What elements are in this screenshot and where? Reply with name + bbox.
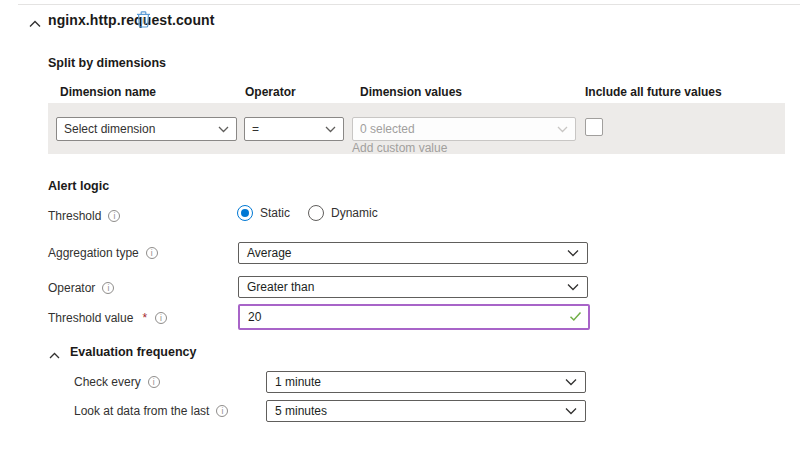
aggregation-type-dropdown[interactable]: Average: [238, 242, 588, 264]
add-custom-value-link[interactable]: Add custom value: [352, 141, 447, 155]
aggregation-type-label-text: Aggregation type: [48, 246, 139, 260]
required-marker: *: [142, 311, 147, 325]
chevron-down-icon: [567, 246, 579, 260]
threshold-value-field: [238, 304, 590, 330]
collapse-metric-button[interactable]: [28, 16, 42, 30]
radio-unselected-icon: [308, 205, 324, 221]
dimension-operator-dropdown-value: =: [252, 122, 259, 136]
split-by-dimensions-title: Split by dimensions: [48, 56, 166, 70]
operator-label: Operator: [48, 281, 114, 295]
info-icon[interactable]: [108, 210, 120, 222]
chevron-down-icon: [325, 122, 336, 136]
include-all-future-values-checkbox[interactable]: [585, 118, 603, 136]
chevron-up-icon: [29, 16, 41, 31]
threshold-value-label: Threshold value *: [48, 311, 167, 325]
alert-logic-title: Alert logic: [48, 179, 109, 193]
threshold-static-label: Static: [260, 206, 290, 220]
threshold-value-label-text: Threshold value: [48, 311, 133, 325]
threshold-dynamic-radio[interactable]: Dynamic: [308, 205, 378, 221]
column-header-dimension-values: Dimension values: [360, 85, 462, 99]
chevron-down-icon: [557, 122, 568, 136]
radio-selected-icon: [237, 205, 253, 221]
look-back-dropdown-value: 5 minutes: [275, 404, 327, 418]
check-every-dropdown[interactable]: 1 minute: [266, 371, 586, 393]
chevron-down-icon: [565, 404, 577, 418]
chevron-down-icon: [567, 280, 579, 294]
operator-dropdown[interactable]: Greater than: [238, 276, 588, 298]
dimension-operator-dropdown[interactable]: =: [244, 117, 344, 141]
info-icon[interactable]: [148, 376, 160, 388]
threshold-label: Threshold: [48, 209, 120, 223]
top-divider: [18, 4, 800, 5]
info-icon[interactable]: [155, 312, 167, 324]
operator-label-text: Operator: [48, 281, 95, 295]
dimension-name-dropdown[interactable]: Select dimension: [56, 117, 237, 141]
threshold-value-input[interactable]: [248, 310, 569, 324]
check-every-label-text: Check every: [74, 375, 141, 389]
column-header-operator: Operator: [245, 85, 296, 99]
column-header-dimension-name: Dimension name: [60, 85, 156, 99]
info-icon[interactable]: [216, 405, 228, 417]
look-back-label-text: Look at data from the last: [74, 404, 209, 418]
collapse-evaluation-frequency-button[interactable]: [47, 347, 61, 361]
dimension-values-dropdown-value: 0 selected: [360, 122, 415, 136]
info-icon[interactable]: [146, 247, 158, 259]
info-icon[interactable]: [102, 282, 114, 294]
evaluation-frequency-title: Evaluation frequency: [70, 345, 196, 359]
chevron-down-icon: [565, 375, 577, 389]
threshold-radio-group: Static Dynamic: [237, 205, 378, 221]
look-back-dropdown[interactable]: 5 minutes: [266, 400, 586, 422]
threshold-dynamic-label: Dynamic: [331, 206, 378, 220]
operator-dropdown-value: Greater than: [247, 280, 314, 294]
column-header-include-all-future-values: Include all future values: [585, 85, 722, 99]
chevron-up-icon: [49, 347, 60, 362]
aggregation-type-label: Aggregation type: [48, 246, 158, 260]
check-every-dropdown-value: 1 minute: [275, 375, 321, 389]
dimension-name-dropdown-value: Select dimension: [64, 122, 155, 136]
threshold-static-radio[interactable]: Static: [237, 205, 290, 221]
look-back-label: Look at data from the last: [74, 404, 228, 418]
valid-check-icon: [569, 308, 582, 326]
check-every-label: Check every: [74, 375, 160, 389]
dimension-values-dropdown[interactable]: 0 selected: [352, 117, 576, 141]
chevron-down-icon: [218, 122, 229, 136]
delete-metric-button[interactable]: [132, 10, 154, 32]
aggregation-type-dropdown-value: Average: [247, 246, 291, 260]
threshold-label-text: Threshold: [48, 209, 101, 223]
trash-icon: [136, 11, 151, 32]
